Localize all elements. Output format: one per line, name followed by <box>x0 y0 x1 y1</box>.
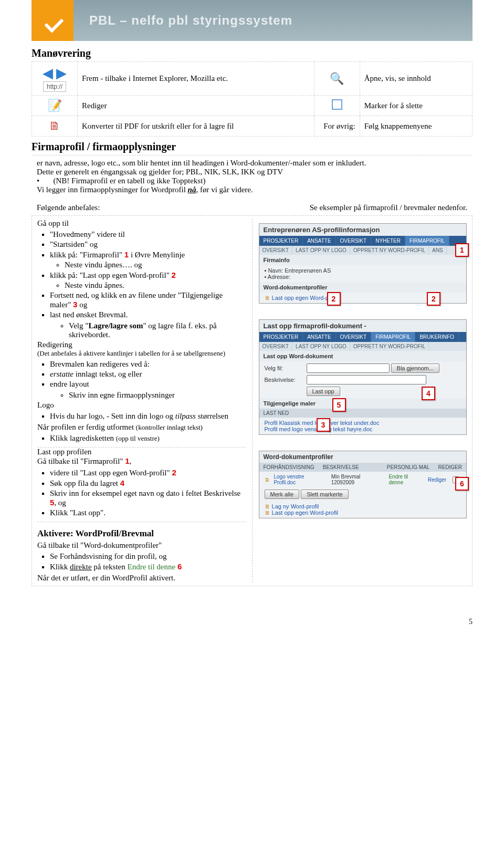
back-forward-icon: ◀ ▶ <box>43 66 67 81</box>
left-column: Gå opp til "Hovedmeny" videre til "Start… <box>37 219 253 582</box>
checkbox-cell <box>314 96 360 116</box>
main-two-col: Gå opp til "Hovedmeny" videre til "Start… <box>32 216 472 586</box>
tab-firmaprofil[interactable]: FIRMAPROFIL <box>405 236 449 246</box>
ss2-subtab-opprett-word[interactable]: OPPRETT NY WORD-PROFIL <box>350 342 429 351</box>
ss1-title: Entreprenøren AS-profilinformasjon <box>259 224 467 236</box>
li-aktivere-b1: Se Forhåndsvisning for din profil, og <box>50 552 246 561</box>
ss1-navn: • Navn: Entreprenøren AS <box>265 267 461 274</box>
li-skriv-inn-eks: Skriv inn for eksempel eget navn og dato… <box>50 489 246 507</box>
ss1-wdp-h: Word-dokumentprofiler <box>259 282 467 293</box>
word-icon: 🗎 <box>265 295 270 301</box>
banner-logo <box>32 0 74 41</box>
ss3-besk: Min Brevmal 12092009 <box>331 474 385 485</box>
ss3-col3: REDIGER <box>438 464 462 470</box>
ss3-col1: BESKRIVELSE <box>323 464 359 470</box>
li-skriv-inn: Skriv inn egne firmaopplysninger <box>69 391 246 400</box>
li-klikk-lagre: Klikk lagredisketten (opp til venstre) <box>50 434 246 443</box>
ss3-filename[interactable]: Logo venstre Profil.doc <box>274 474 327 485</box>
check-icon <box>38 6 67 35</box>
notepad-icon: 📝 <box>48 99 62 112</box>
firma-intro-box: er navn, adresse, logo etc., som blir he… <box>32 155 472 216</box>
banner-title: PBL – nelfo pbl styringssystem <box>74 0 472 41</box>
subtab-lastopp-logo[interactable]: LAST OPP NY LOGO <box>292 246 350 255</box>
aktivere-heading: Aktivere: WordProfil/Brevmal <box>37 528 246 539</box>
ss2-tab-oversikt[interactable]: OVERSIKT <box>336 332 372 342</box>
li-lastned: last ned ønsket Brevmal. <box>50 310 246 319</box>
ss2-file1[interactable]: Profil Klassisk med logo over tekst unde… <box>265 420 461 426</box>
ss2-upload-btn[interactable]: Last opp <box>307 387 340 396</box>
li-endre-layout: endre layout <box>50 380 246 389</box>
ss2-file2[interactable]: Profil med logo venstre og tekst høyre.d… <box>265 426 461 432</box>
ss2-browse-btn[interactable]: Bla gjennom... <box>391 363 439 373</box>
marker-6: 6 <box>455 477 469 491</box>
tab-oversikt[interactable]: OVERSIKT <box>336 236 372 246</box>
manov-r1c2: Åpne, vis, se innhold <box>360 62 472 96</box>
ss3-rediger[interactable]: Rediger <box>428 477 446 483</box>
magnifier-cell: 🔍 <box>314 62 360 96</box>
subtab-oversikt[interactable]: OVERSIKT <box>259 246 293 255</box>
firma-intro-3: • (NB! Firmaprofil er en tabell og ikke … <box>37 176 467 185</box>
pdf-icon: 🗎 <box>49 119 60 132</box>
ss2-upload-h: Last opp Word-dokument <box>259 351 467 361</box>
ss2-subtab-lastopp-logo[interactable]: LAST OPP NY LOGO <box>292 342 350 351</box>
ss3-endre[interactable]: Endre til denne <box>388 474 424 485</box>
li-neste1: Neste vindu åpnes…. og <box>65 261 246 269</box>
subtab-ans[interactable]: ANS <box>429 246 447 255</box>
btn-merk-alle[interactable]: Merk alle <box>265 490 300 499</box>
ss2-file-input[interactable] <box>307 363 390 373</box>
url-box: http:// <box>43 81 66 92</box>
ss2-tab-prosjekter[interactable]: PROSJEKTER <box>259 332 303 342</box>
screenshot-wdp: Word-dokumentprofiler FORHÅNDSVISNING BE… <box>259 451 467 518</box>
marker-2b: 2 <box>427 292 440 306</box>
ga-tilbake-firma: Gå tilbake til "Firmaprofil" 1, <box>37 456 246 466</box>
marker-2a: 2 <box>327 292 341 306</box>
ss2-tab-ansatte[interactable]: ANSATTE <box>303 332 335 342</box>
ss3-lastopp[interactable]: Last opp egen Word-profil <box>272 509 338 516</box>
li-videre-til: videre til "Last opp egen Word-profil" 2 <box>50 468 246 477</box>
btn-slett-markerte[interactable]: Slett markerte <box>301 490 348 499</box>
tab-prosjekter[interactable]: PROSJEKTER <box>259 236 303 246</box>
nar-profil-line: Når profilen er ferdig utformet (kontrol… <box>37 423 246 432</box>
checkbox-icon <box>332 99 342 110</box>
se-eksempler: Se eksempler på firmaprofil / brevmaler … <box>310 203 467 212</box>
screenshot-upload: Last opp firmaprofil-dokument - PROSJEKT… <box>259 319 467 435</box>
manov-r2c2: Marker for å slette <box>360 96 472 116</box>
manov-r1c1: Frem - tilbake i Internet Explorer, Mozi… <box>78 62 314 96</box>
ss2-subtabs: OVERSIKT LAST OPP NY LOGO OPPRETT NY WOR… <box>259 342 467 351</box>
folgende-anbefales: Følgende anbefales: <box>37 203 100 212</box>
edit-icon-cell: 📝 <box>32 96 78 116</box>
ss1-firmainfo-h: Firmainfo <box>259 255 467 265</box>
page-number: 5 <box>0 618 504 626</box>
ss3-cols: FORHÅNDSVISNING BESKRIVELSE PERSONLIG MA… <box>259 463 467 472</box>
right-column: Entreprenøren AS-profilinformasjon PROSJ… <box>253 219 467 582</box>
ss1-subtabs: OVERSIKT LAST OPP NY LOGO OPPRETT NY WOR… <box>259 246 467 255</box>
ss3-col0: FORHÅNDSVISNING <box>264 464 314 470</box>
marker-1: 1 <box>455 243 469 257</box>
subtab-opprett-word[interactable]: OPPRETT NY WORD-PROFIL <box>350 246 429 255</box>
li-brevmal-intro: Brevmalen kan redigeres ved å: <box>50 360 246 369</box>
ga-opp-til: Gå opp til <box>37 219 246 228</box>
manov-r2c1: Rediger <box>78 96 314 116</box>
marker-3: 3 <box>317 418 330 432</box>
marker-4: 4 <box>422 387 435 400</box>
ss3-title: Word-dokumentprofiler <box>259 451 467 463</box>
firma-intro-2: Dette er generelt en éngangssak og gjeld… <box>37 168 467 176</box>
li-neste2: Neste vindu åpnes. <box>65 281 246 290</box>
word-icon-2: 🗎 <box>265 477 270 483</box>
tab-ansatte[interactable]: ANSATTE <box>303 236 335 246</box>
ss2-besk-input[interactable] <box>307 375 426 384</box>
ss3-lag-ny[interactable]: Lag ny Word-profil <box>272 503 319 509</box>
word-icon-3: 🗎 <box>265 503 270 509</box>
li-firmaprofil: klikk på: "Firmaprofil" 1 i Øvre Menylin… <box>50 250 246 269</box>
ss1-adresse: • Adresse: <box>265 274 461 280</box>
ss2-subtab-oversikt[interactable]: OVERSIKT <box>259 342 293 351</box>
ss2-tab-brukerinfo[interactable]: BRUKERINFO <box>415 332 459 342</box>
li-logo-text: Hvis du har logo, - Sett inn din logo og… <box>50 412 246 421</box>
redigering-note: (Det anbefales å aktivere kantlinjer i t… <box>37 349 246 358</box>
li-startsiden: "Startsiden" og <box>50 240 246 249</box>
ss2-besk-lbl: Beskrivelse: <box>265 377 307 383</box>
firma-intro-1: er navn, adresse, logo etc., som blir he… <box>37 159 467 168</box>
tab-nyheter[interactable]: NYHETER <box>371 236 405 246</box>
ss2-tab-firmaprofil[interactable]: FIRMAPROFIL <box>371 332 415 342</box>
firma-intro-3-text: (NB! Firmaprofil er en tabell og ikke To… <box>54 176 206 185</box>
